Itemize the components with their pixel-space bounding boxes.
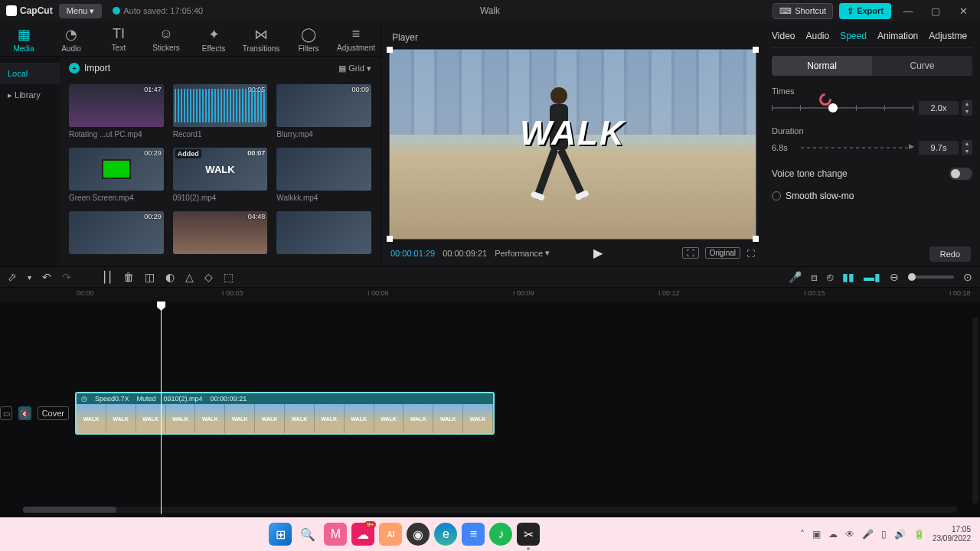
taskbar-edge[interactable]: e: [434, 523, 457, 546]
crop-tool[interactable]: ⬚: [224, 271, 234, 283]
view-toggle[interactable]: ▦ Grid ▾: [338, 64, 371, 73]
export-button[interactable]: ⇪Export: [839, 3, 891, 19]
chevron-down-icon[interactable]: ▾: [28, 273, 31, 282]
times-stepper[interactable]: ▲▼: [962, 100, 972, 116]
tab-stickers[interactable]: ☺Stickers: [142, 21, 190, 56]
split-tool[interactable]: ⎮⎮: [102, 271, 113, 283]
tab-media[interactable]: ▦Media: [0, 21, 47, 56]
player-viewport[interactable]: WALK: [389, 49, 756, 240]
sidebar-local[interactable]: Local: [0, 63, 60, 84]
start-button[interactable]: ⊞: [269, 523, 292, 546]
undo-button[interactable]: ↶: [42, 271, 51, 283]
lock-track-button[interactable]: ▭: [0, 406, 12, 420]
mute-track-button[interactable]: 🔇: [18, 406, 31, 420]
tab-filters[interactable]: ◯Filters: [285, 21, 332, 56]
smooth-slowmo-row[interactable]: Smooth slow-mo: [772, 191, 972, 201]
cover-button[interactable]: Cover: [38, 406, 69, 420]
tab-speed[interactable]: Speed: [840, 31, 867, 41]
tray-wifi-icon[interactable]: 👁: [845, 529, 854, 540]
rotate-tool[interactable]: ◇: [204, 271, 213, 283]
tab-adjustment[interactable]: Adjustme: [929, 31, 967, 41]
select-tool[interactable]: ⬀: [8, 271, 17, 283]
timeline-ruler[interactable]: 00:00 I 00:03 I 00:06 I 00:09 I 00:12 I …: [0, 288, 980, 302]
tab-video[interactable]: Video: [772, 31, 795, 41]
shortcut-button[interactable]: ⌨Shortcut: [773, 3, 833, 19]
close-button[interactable]: ✕: [952, 2, 974, 19]
tab-audio[interactable]: Audio: [805, 31, 829, 41]
horizontal-scrollbar[interactable]: [23, 507, 957, 513]
taskbar-app[interactable]: ☁9+: [351, 523, 374, 546]
media-item[interactable]: [276, 211, 371, 257]
media-item[interactable]: 01:47Rotating ...ut PC.mp4: [69, 84, 164, 139]
vertical-scrollbar[interactable]: [972, 317, 978, 504]
tray-onedrive-icon[interactable]: ☁: [828, 529, 838, 540]
timeline-clip[interactable]: ◷ Speed0.7X Muted 0910(2).mp4 00:00:09:2…: [75, 392, 495, 435]
duration-stepper[interactable]: ▲▼: [962, 140, 972, 155]
tray-battery-icon[interactable]: 🔋: [913, 529, 925, 540]
zoom-slider[interactable]: [908, 276, 954, 279]
playhead[interactable]: [161, 302, 162, 514]
crop-frame-tool[interactable]: ◫: [145, 271, 155, 283]
tab-text[interactable]: TIText: [95, 21, 142, 56]
voice-tone-toggle[interactable]: [949, 168, 972, 180]
mirror-tool[interactable]: △: [185, 271, 194, 283]
reverse-tool[interactable]: ◐: [165, 271, 175, 283]
media-item[interactable]: 00:29Green Screen.mp4: [69, 148, 164, 202]
track-area[interactable]: ▭ 🔇 Cover ◷ Speed0.7X Muted 0910(2).mp4 …: [0, 302, 980, 514]
duration-value[interactable]: 9.7s: [919, 141, 959, 155]
tray-volume-icon[interactable]: 🔊: [894, 529, 906, 540]
timeline-mode-icon[interactable]: ▬▮: [864, 271, 880, 283]
tray-chevron-icon[interactable]: ˄: [800, 529, 805, 540]
redo-button-toolbar[interactable]: ↷: [62, 271, 71, 283]
tray-gpu-icon[interactable]: ▣: [812, 529, 821, 540]
tray-cast-icon[interactable]: ▯: [881, 529, 887, 540]
media-item[interactable]: 00:09Blurry.mp4: [276, 84, 371, 139]
import-button[interactable]: +Import: [69, 63, 110, 73]
tray-mic-icon[interactable]: 🎤: [862, 529, 874, 540]
fullscreen-button[interactable]: ⛶: [746, 249, 755, 258]
tab-effects[interactable]: ✦Effects: [190, 21, 237, 56]
media-item[interactable]: 00:05Record1: [173, 84, 268, 139]
resize-handle[interactable]: [387, 236, 393, 242]
tab-audio[interactable]: ◔Audio: [47, 21, 95, 56]
redo-button[interactable]: Redo: [929, 246, 971, 262]
link-icon[interactable]: ⎋: [827, 271, 833, 283]
ratio-button[interactable]: ⛶: [682, 247, 699, 259]
taskbar-search[interactable]: 🔍: [296, 523, 319, 546]
play-button[interactable]: ▶: [593, 246, 603, 260]
taskbar-capcut[interactable]: ✂: [517, 523, 540, 546]
menu-button[interactable]: Menu▾: [59, 4, 103, 18]
delete-tool[interactable]: 🗑: [123, 271, 134, 283]
times-slider[interactable]: [772, 107, 913, 109]
maximize-button[interactable]: ▢: [925, 2, 946, 19]
taskbar-obs[interactable]: ◉: [407, 523, 430, 546]
media-item[interactable]: 04:48: [173, 211, 268, 257]
tab-transitions[interactable]: ⋈Transitions: [237, 21, 285, 56]
quality-original-button[interactable]: Original: [705, 247, 740, 259]
media-item[interactable]: 00:29: [69, 211, 164, 257]
taskbar-clock[interactable]: 17:0523/09/2022: [933, 525, 971, 543]
preview-cut-icon[interactable]: ▮▮: [842, 271, 854, 283]
performance-dropdown[interactable]: Performance ▾: [495, 248, 550, 258]
tab-animation[interactable]: Animation: [877, 31, 918, 41]
mic-icon[interactable]: 🎤: [789, 271, 802, 283]
taskbar-spotify[interactable]: ♪: [489, 523, 512, 546]
mode-curve[interactable]: Curve: [872, 56, 972, 76]
taskbar-app[interactable]: M: [324, 523, 347, 546]
taskbar-app[interactable]: AI: [379, 523, 402, 546]
duration-slider[interactable]: [801, 147, 913, 148]
magnet-icon[interactable]: ⧈: [811, 271, 818, 284]
mode-normal[interactable]: Normal: [772, 56, 872, 76]
zoom-fit-button[interactable]: ⊙: [963, 271, 972, 283]
tab-adjustment[interactable]: ≡Adjustment: [332, 21, 380, 56]
resize-handle[interactable]: [387, 47, 393, 53]
times-value[interactable]: 2.0x: [919, 101, 959, 115]
sidebar-library[interactable]: ▸ Library: [0, 84, 60, 106]
zoom-out-button[interactable]: ⊖: [890, 271, 899, 283]
media-item[interactable]: Walkkk.mp4: [276, 148, 371, 202]
minimize-button[interactable]: —: [897, 2, 919, 19]
resize-handle[interactable]: [753, 236, 759, 242]
resize-handle[interactable]: [753, 47, 759, 53]
media-item[interactable]: Added00:07WALK0910(2).mp4: [173, 148, 268, 202]
taskbar-docs[interactable]: ≡: [462, 523, 485, 546]
